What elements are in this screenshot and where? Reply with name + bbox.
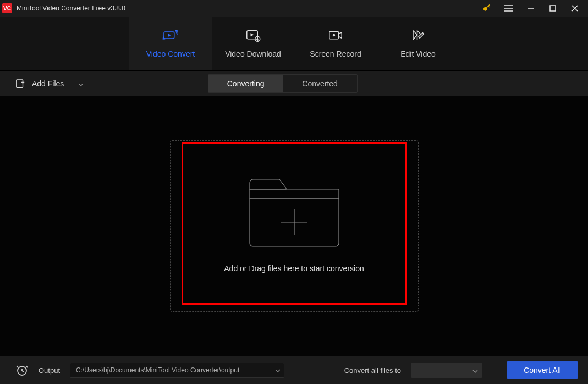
seg-converting[interactable]: Converting [208, 75, 283, 92]
dropzone-outer: Add or Drag files here to start conversi… [170, 140, 419, 312]
clock-icon[interactable] [15, 364, 29, 377]
dropzone-text: Add or Drag files here to start conversi… [224, 264, 364, 273]
svg-rect-6 [17, 79, 23, 87]
tab-screen-record[interactable]: Screen Record [294, 17, 377, 70]
svg-point-5 [333, 34, 336, 37]
output-format-select[interactable] [411, 363, 482, 378]
footer: Output C:\Users\bj\Documents\MiniTool Vi… [0, 356, 588, 384]
dropzone[interactable]: Add or Drag files here to start conversi… [182, 142, 407, 305]
maximize-icon[interactable] [542, 0, 564, 17]
convert-all-label: Convert all files to [344, 366, 401, 375]
seg-label: Converted [302, 79, 338, 88]
chevron-down-icon [472, 365, 478, 375]
convert-all-button[interactable]: Convert All [507, 361, 578, 379]
seg-converted[interactable]: Converted [283, 75, 357, 92]
status-segmented: Converting Converted [208, 74, 358, 93]
nav-tabs: Video Convert Video Download Screen Reco… [0, 17, 588, 70]
chevron-down-icon [275, 366, 281, 374]
output-path-select[interactable]: C:\Users\bj\Documents\MiniTool Video Con… [70, 363, 284, 378]
close-icon[interactable] [564, 0, 586, 17]
toolbar: Add Files Converting Converted [0, 70, 588, 96]
main-stage: Add or Drag files here to start conversi… [0, 96, 588, 356]
output-label: Output [39, 366, 60, 375]
add-files-label: Add Files [32, 79, 64, 88]
output-path-text: C:\Users\bj\Documents\MiniTool Video Con… [76, 366, 239, 374]
tab-label: Edit Video [400, 50, 436, 58]
window-title: MiniTool Video Converter Free v3.8.0 [17, 4, 125, 12]
tab-label: Video Convert [146, 50, 195, 58]
tab-label: Video Download [225, 50, 281, 58]
folder-plus-icon [246, 175, 342, 250]
titlebar: VC MiniTool Video Converter Free v3.8.0 [0, 0, 588, 17]
tab-label: Screen Record [310, 50, 361, 58]
svg-point-0 [484, 8, 487, 10]
chevron-down-icon[interactable] [78, 79, 84, 88]
svg-rect-1 [550, 6, 556, 11]
tab-edit-video[interactable]: Edit Video [377, 17, 459, 70]
convert-button-label: Convert All [524, 366, 561, 375]
minimize-icon[interactable] [520, 0, 542, 17]
add-files-button[interactable]: Add Files [15, 79, 84, 89]
menu-icon[interactable] [498, 0, 520, 17]
tab-video-download[interactable]: Video Download [212, 17, 294, 70]
app-logo-icon: VC [2, 3, 12, 13]
key-icon[interactable] [476, 0, 498, 17]
seg-label: Converting [227, 79, 265, 88]
tab-video-convert[interactable]: Video Convert [129, 17, 212, 70]
